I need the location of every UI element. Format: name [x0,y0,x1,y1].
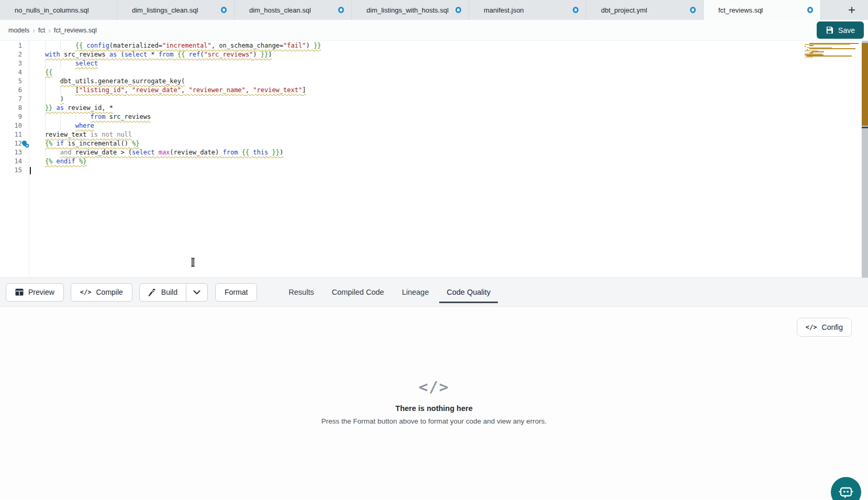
code-token: }} [261,51,268,58]
build-button[interactable]: Build [140,284,186,301]
minimap-line [809,45,814,46]
line-number: 5 [0,77,22,86]
code-line-5[interactable]: dbt_utils.generate_surrogate_key( [30,77,831,86]
unsaved-changes-dot[interactable] [221,7,227,13]
compile-button[interactable]: </> Compile [71,283,132,302]
editor-scrollbar[interactable] [862,41,868,277]
code-line-4[interactable]: {{ [30,68,831,77]
indent-guide [30,139,45,148]
code-line-9[interactable]: from src_reviews [30,113,831,121]
file-tab-label: dim_hosts_clean.sql [249,6,334,14]
code-token: where [75,122,94,129]
code-token: "review_date" [132,86,181,94]
indent-guide [30,95,45,104]
preview-button[interactable]: Preview [6,283,64,302]
indent-guide [45,86,60,95]
code-token: ) [280,149,283,156]
indent-guide [60,86,75,95]
code-content[interactable]: {{ config(materialized="incremental", on… [30,41,831,175]
format-button[interactable]: Format [215,283,257,302]
line-number: 15 [0,166,22,175]
code-line-13[interactable]: and review_date > (select max(review_dat… [30,148,831,157]
code-line-6[interactable]: ["listing_id", "review_date", "reviewer_… [30,86,831,95]
panel-tab-results[interactable]: Results [280,278,322,306]
code-token: src_reviews [105,113,151,120]
code-token: }} [272,149,279,156]
code-token: }} [314,42,321,49]
indent-guide [60,121,75,130]
code-line-11[interactable]: review_text is not null [30,130,831,139]
code-line-14[interactable]: {% endif %} [30,157,831,166]
unsaved-changes-dot[interactable] [690,7,696,13]
build-dropdown-button[interactable] [186,284,207,301]
unsaved-changes-dot[interactable] [338,7,344,13]
panel-tab-compiled-code[interactable]: Compiled Code [323,278,393,306]
unsaved-changes-dot[interactable] [807,7,813,13]
indent-guide [45,77,60,86]
breadcrumb-item[interactable]: fct_reviews.sql [54,27,97,34]
code-token: {{ [75,42,87,49]
new-tab-button[interactable]: + [848,4,855,16]
code-token: "incremental" [162,42,212,49]
file-tab-no_nulls_in_columns-sql[interactable]: no_nulls_in_columns.sql [0,0,117,20]
minimap-line [807,55,852,57]
code-token: ( [117,51,124,58]
code-token: {{ [177,51,189,58]
code-token: "reviewer_name" [188,86,245,94]
format-button-label: Format [225,288,248,296]
minimap-line [805,46,806,47]
indent-guide [75,113,91,121]
indent-guide [45,113,60,121]
code-line-15[interactable] [30,166,831,175]
code-editor[interactable]: 123456789101112131415 {{ config(material… [0,41,868,277]
unsaved-changes-dot[interactable] [455,7,461,13]
code-token: ) [253,51,260,58]
line-number: 6 [0,86,22,95]
code-token: * [147,51,159,58]
indent-guide [30,121,45,130]
indent-guide [30,130,45,139]
save-button[interactable]: Save [817,21,864,39]
minimap-line [805,57,813,58]
panel-tab-lineage[interactable]: Lineage [393,278,438,306]
code-line-2[interactable]: with src_reviews as (select * from {{ re… [30,50,831,59]
chat-assistant-button[interactable] [831,477,861,500]
quickfix-lightbulb-icon[interactable] [21,140,29,148]
file-tab-dim_listings_clean-sql[interactable]: dim_listings_clean.sql [117,0,235,20]
code-line-3[interactable]: select [30,59,831,68]
robot-chat-icon [838,484,854,500]
code-line-7[interactable]: ) [30,95,831,104]
code-token [75,158,79,165]
code-token: config [86,42,109,49]
breadcrumb-item[interactable]: models [8,27,29,34]
chevron-down-icon [193,290,201,295]
file-tab-dim_listings_with_hosts-sql[interactable]: dim_listings_with_hosts.sql [352,0,469,20]
code-line-8[interactable]: }} as review_id, * [30,104,831,113]
indent-guide [30,157,45,166]
code-token: (review_date) [170,149,222,156]
indent-guide [30,104,45,113]
code-token: %} [79,158,86,165]
indent-guide [45,148,60,157]
breadcrumb-item[interactable]: fct [38,27,45,34]
text-caret [30,167,31,174]
code-line-10[interactable]: where [30,121,831,130]
panel-tab-code-quality[interactable]: Code Quality [438,278,499,306]
indent-guide [30,59,45,68]
code-line-1[interactable]: {{ config(materialized="incremental", on… [30,41,831,50]
file-tab-dbt_project-yml[interactable]: dbt_project.yml [586,0,704,20]
empty-state-subtitle: Press the Format button above to format … [0,417,868,425]
indent-guide [45,121,60,130]
unsaved-changes-dot[interactable] [573,7,578,13]
scrollbar-cursor-marker [862,127,868,128]
config-button[interactable]: </> Config [797,318,852,337]
line-number-gutter: 123456789101112131415 [0,41,22,175]
line-number: 11 [0,130,22,139]
code-line-12[interactable]: {% if is_incremental() %} [30,139,831,148]
editor-minimap[interactable] [802,43,861,58]
file-tab-fct_reviews-sql[interactable]: fct_reviews.sql [704,0,821,20]
file-tab-manifest-json[interactable]: manifest.json [469,0,586,20]
code-token: and [60,149,72,156]
scrollbar-warning-zone [862,43,868,126]
file-tab-dim_hosts_clean-sql[interactable]: dim_hosts_clean.sql [235,0,352,20]
